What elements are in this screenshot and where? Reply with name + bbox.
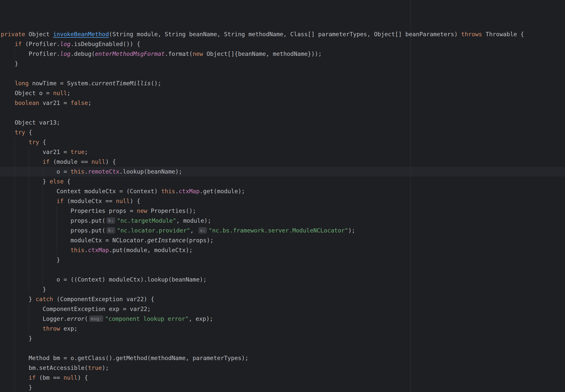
indent-guide [29, 265, 29, 275]
param-hint-badge: msg: [89, 316, 103, 322]
keyword-token: long [15, 80, 28, 87]
code-line[interactable]: moduleCtx = NCLocator.getInstance(props)… [0, 236, 565, 245]
code-line[interactable]: if (module == null) { [0, 157, 565, 167]
code-token: , module); [176, 217, 211, 224]
code-text: if (module == null) { [1, 159, 116, 165]
code-token: } [43, 286, 46, 293]
code-token: ) { [78, 374, 88, 381]
code-text: moduleCtx = NCLocator.getInstance(props)… [1, 237, 214, 244]
code-line[interactable]: Object o = null; [0, 88, 565, 98]
code-line[interactable]: throw exp; [0, 324, 565, 334]
keyword-token: throws [461, 31, 482, 37]
code-text: if (Profiler.log.isDebugEnabled()) { [1, 41, 140, 47]
code-line[interactable]: Profiler.log.debug(enterMethodMsgFormat.… [0, 49, 565, 59]
code-line[interactable]: private Object invokeBeanMethod(String m… [0, 29, 565, 39]
string-token: "nc.locator.provider" [117, 227, 190, 234]
field-token: remoteCtx [88, 168, 119, 175]
code-text: this.ctxMap.put(module, moduleCtx); [1, 247, 193, 253]
code-line[interactable]: Logger.error(msg:"component lookup error… [0, 314, 565, 324]
code-token: . [84, 168, 88, 175]
code-line[interactable]: if (moduleCtx == null) { [0, 196, 565, 206]
code-line[interactable]: o = ((Context) moduleCtx).lookup(beanNam… [0, 275, 565, 285]
code-text: bm.setAccessible(true); [1, 365, 109, 371]
code-line[interactable]: this.ctxMap.put(module, moduleCtx); [0, 245, 565, 255]
code-line[interactable] [0, 343, 565, 353]
code-token: Object[]{beanName, methodName})); [203, 51, 322, 57]
code-text: } catch (ComponentException var22) { [1, 296, 154, 302]
keyword-token: try [15, 129, 25, 136]
code-line[interactable]: if (Profiler.log.isDebugEnabled()) { [0, 39, 565, 49]
code-token: (module == [50, 159, 91, 165]
code-line[interactable]: bm.setAccessible(true); [0, 363, 565, 373]
code-line[interactable]: Method bm = o.getClass().getMethod(metho… [0, 353, 565, 363]
param-hint-badge: v: [198, 227, 207, 233]
code-token: } [57, 257, 60, 263]
code-token: . [175, 188, 179, 194]
code-token: } [29, 296, 36, 302]
code-token: exp; [60, 325, 77, 332]
code-text: throw exp; [1, 325, 78, 332]
code-line-caret[interactable]: o = this.remoteCtx.lookup(beanName); [0, 167, 565, 177]
code-line[interactable]: try { [0, 128, 565, 137]
code-line[interactable]: var21 = true; [0, 147, 565, 157]
code-text: } [1, 384, 32, 391]
code-token: .format( [165, 51, 193, 57]
code-line[interactable]: } [0, 285, 565, 294]
code-token: (); [151, 80, 161, 87]
code-editor[interactable]: private Object invokeBeanMethod(String m… [0, 0, 565, 392]
code-line[interactable]: Context moduleCtx = (Context) this.ctxMa… [0, 186, 565, 196]
keyword-token: true [71, 149, 84, 155]
code-token: Object [25, 31, 53, 37]
code-line[interactable]: ComponentException exp = var22; [0, 304, 565, 314]
code-text: try { [1, 139, 46, 145]
code-token: Object o = [15, 90, 53, 96]
code-text: try { [1, 129, 32, 136]
code-line[interactable] [0, 69, 565, 79]
code-line[interactable]: } else { [0, 177, 565, 186]
code-token: o = [57, 168, 71, 175]
keyword-token: if [43, 159, 50, 165]
code-token: } [29, 335, 32, 342]
keyword-token: this [71, 247, 84, 253]
code-text: o = this.remoteCtx.lookup(beanName); [1, 168, 182, 175]
indent-guide [15, 265, 15, 275]
code-text: Object o = null; [1, 90, 71, 96]
code-line[interactable]: } [0, 59, 565, 69]
keyword-token: catch [36, 296, 53, 302]
code-line[interactable]: if (bm == null) { [0, 373, 565, 383]
code-token: ; [88, 100, 91, 106]
code-line[interactable]: props.put(k:"nc.locator.provider", v:"nc… [0, 226, 565, 236]
code-text: private Object invokeBeanMethod(String m… [1, 31, 524, 37]
code-line[interactable]: try { [0, 137, 565, 147]
code-line[interactable]: } [0, 255, 565, 265]
keyword-token: if [15, 41, 22, 47]
code-token: Method bm = o.getClass().getMethod(metho… [29, 355, 248, 361]
keyword-token: throw [43, 325, 60, 332]
code-line[interactable] [0, 108, 565, 118]
code-line[interactable] [0, 265, 565, 275]
code-line[interactable]: Properties props = new Properties(); [0, 206, 565, 216]
code-token: nowTime = System. [29, 80, 91, 87]
code-line[interactable]: props.put(k:"nc.targetModule", module); [0, 216, 565, 226]
keyword-token: this [71, 168, 84, 175]
code-text: Context moduleCtx = (Context) this.ctxMa… [1, 188, 245, 194]
keyword-token: try [29, 139, 39, 145]
static-field-token: log [60, 51, 71, 57]
code-token: ; [67, 90, 71, 96]
code-token: (Profiler. [22, 41, 60, 47]
code-line[interactable]: } [0, 383, 565, 392]
code-line[interactable]: long nowTime = System.currentTimeMillis(… [0, 79, 565, 88]
code-line[interactable]: } catch (ComponentException var22) { [0, 294, 565, 304]
indent-guide [15, 343, 15, 353]
keyword-token: false [71, 100, 88, 106]
code-token: .lookup(beanName); [119, 168, 182, 175]
code-line[interactable]: } [0, 334, 565, 343]
keyword-token: null [53, 90, 67, 96]
code-lines[interactable]: private Object invokeBeanMethod(String m… [0, 29, 565, 392]
code-line[interactable]: Object var13; [0, 118, 565, 128]
code-token: , exp); [189, 316, 213, 322]
static-method-token: getInstance [147, 237, 186, 244]
code-text: } else { [1, 178, 71, 185]
code-line[interactable]: boolean var21 = false; [0, 98, 565, 108]
keyword-token: new [137, 208, 147, 214]
